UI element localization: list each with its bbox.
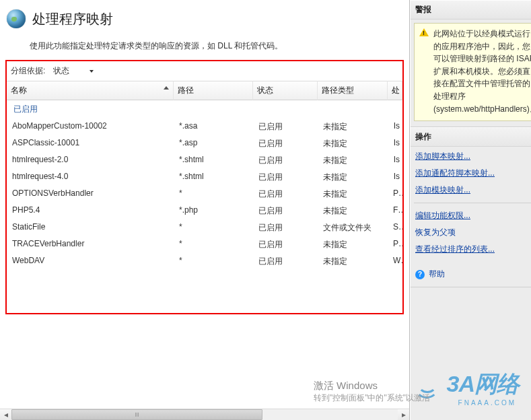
cell-handler[interactable]: Is (388, 118, 402, 135)
divider (414, 203, 531, 203)
cell-state[interactable]: 已启用 (253, 186, 318, 203)
cell-path-type[interactable]: 文件或文件夹 (318, 219, 388, 236)
cell-handler[interactable]: Is (388, 135, 402, 152)
page-description: 使用此功能指定处理特定请求类型的响应的资源，如 DLL 和托管代码。 (0, 30, 409, 60)
horizontal-scrollbar[interactable]: ◂ ▸ (0, 409, 409, 420)
action-add-wildcard[interactable]: 添加通配符脚本映射... (415, 168, 531, 179)
cell-path[interactable]: *.php (174, 203, 253, 219)
cell-state[interactable]: 已启用 (253, 219, 318, 236)
warning-icon (419, 28, 429, 37)
cell-name[interactable]: AboMapperCustom-10002 (7, 118, 174, 135)
action-add-script-map[interactable]: 添加脚本映射... (415, 151, 531, 162)
group-by-row: 分组依据: 状态 (7, 63, 402, 81)
cell-path-type[interactable]: 未指定 (318, 152, 388, 169)
cell-path[interactable]: *.asa (174, 118, 253, 135)
cell-handler[interactable]: Is (388, 169, 402, 186)
action-revert-parent[interactable]: 恢复为父项 (415, 227, 531, 238)
help-icon: ? (415, 270, 425, 279)
cell-state[interactable]: 已启用 (253, 152, 318, 169)
cell-handler[interactable]: Pr (388, 236, 402, 253)
cell-name[interactable]: OPTIONSVerbHandler (7, 186, 174, 203)
col-name[interactable]: 名称 (7, 81, 174, 100)
cell-path-type[interactable]: 未指定 (318, 203, 388, 219)
cell-handler[interactable]: Pr (388, 186, 402, 203)
cell-path-type[interactable]: 未指定 (318, 186, 388, 203)
cell-handler[interactable]: W (388, 253, 402, 270)
cell-path[interactable]: * (174, 236, 253, 253)
help-label: 帮助 (429, 269, 445, 280)
cell-name[interactable]: WebDAV (7, 253, 174, 270)
page-header: 处理程序映射 (0, 0, 409, 30)
alert-box: 此网站位于以经典模式运行的应用程序池中，因此，您可以管理映射到路径的 ISAPI… (414, 23, 531, 121)
action-add-module[interactable]: 添加模块映射... (415, 184, 531, 196)
col-path[interactable]: 路径 (174, 81, 253, 100)
alerts-title: 警报 (411, 0, 531, 20)
group-header-enabled[interactable]: 已启用 (7, 100, 402, 118)
col-state[interactable]: 状态 (253, 81, 318, 100)
cell-state[interactable]: 已启用 (253, 236, 318, 253)
cell-name[interactable]: TRACEVerbHandler (7, 236, 174, 253)
col-handler[interactable]: 处 (388, 81, 402, 100)
cell-state[interactable]: 已启用 (253, 253, 318, 270)
cell-path[interactable]: *.asp (174, 135, 253, 152)
cell-path[interactable]: *.shtml (174, 169, 253, 186)
cell-name[interactable]: StaticFile (7, 219, 174, 236)
cell-path-type[interactable]: 未指定 (318, 169, 388, 186)
content-pane: 处理程序映射 使用此功能指定处理特定请求类型的响应的资源，如 DLL 和托管代码… (0, 0, 410, 420)
scroll-left-button[interactable]: ◂ (0, 409, 11, 420)
group-by-value: 状态 (53, 65, 69, 77)
cell-path[interactable]: * (174, 186, 253, 203)
highlighted-area: 分组依据: 状态 名称 路径 状态 路径类型 处 已启用 AboMapperCu… (5, 60, 404, 314)
group-by-combo[interactable]: 状态 (53, 65, 94, 77)
cell-handler[interactable]: Fa (388, 203, 402, 219)
col-path-type[interactable]: 路径类型 (318, 81, 388, 100)
actions-section: 操作 添加脚本映射... 添加通配符脚本映射... 添加模块映射... 编辑功能… (411, 127, 531, 287)
action-view-ordered[interactable]: 查看经过排序的列表... (415, 244, 531, 255)
alerts-section: 警报 此网站位于以经典模式运行的应用程序池中，因此，您可以管理映射到路径的 IS… (411, 0, 531, 127)
cell-state[interactable]: 已启用 (253, 118, 318, 135)
cell-name[interactable]: PHP5.4 (7, 203, 174, 219)
group-by-label: 分组依据: (11, 65, 45, 77)
cell-state[interactable]: 已启用 (253, 203, 318, 219)
scroll-right-button[interactable]: ▸ (398, 409, 409, 420)
cell-path[interactable]: *.shtml (174, 152, 253, 169)
col-name-label: 名称 (11, 85, 27, 95)
cell-handler[interactable]: Is (388, 152, 402, 169)
alert-text: 此网站位于以经典模式运行的应用程序池中，因此，您可以管理映射到路径的 ISAPI… (433, 28, 531, 115)
handler-grid: 名称 路径 状态 路径类型 处 已启用 AboMapperCustom-1000… (7, 81, 402, 270)
scroll-thumb[interactable] (11, 409, 262, 420)
chevron-down-icon (90, 70, 94, 73)
sort-asc-icon (164, 86, 169, 90)
cell-path[interactable]: * (174, 253, 253, 270)
side-pane: 警报 此网站位于以经典模式运行的应用程序池中，因此，您可以管理映射到路径的 IS… (410, 0, 531, 420)
cell-name[interactable]: htmlrequest-4.0 (7, 169, 174, 186)
cell-path-type[interactable]: 未指定 (318, 118, 388, 135)
cell-handler[interactable]: St (388, 219, 402, 236)
scroll-track[interactable] (11, 409, 398, 420)
cell-state[interactable]: 已启用 (253, 135, 318, 152)
cell-name[interactable]: ASPClassic-10001 (7, 135, 174, 152)
cell-path-type[interactable]: 未指定 (318, 236, 388, 253)
cell-path-type[interactable]: 未指定 (318, 135, 388, 152)
action-edit-perms[interactable]: 编辑功能权限... (415, 210, 531, 221)
page-title: 处理程序映射 (32, 10, 113, 28)
actions-title: 操作 (411, 127, 531, 147)
cell-state[interactable]: 已启用 (253, 169, 318, 186)
help-row[interactable]: ? 帮助 (411, 262, 531, 287)
cell-path-type[interactable]: 未指定 (318, 253, 388, 270)
cell-name[interactable]: htmlrequest-2.0 (7, 152, 174, 169)
globe-icon (7, 9, 26, 28)
actions-list: 添加脚本映射... 添加通配符脚本映射... 添加模块映射... 编辑功能权限.… (411, 147, 531, 262)
cell-path[interactable]: * (174, 219, 253, 236)
